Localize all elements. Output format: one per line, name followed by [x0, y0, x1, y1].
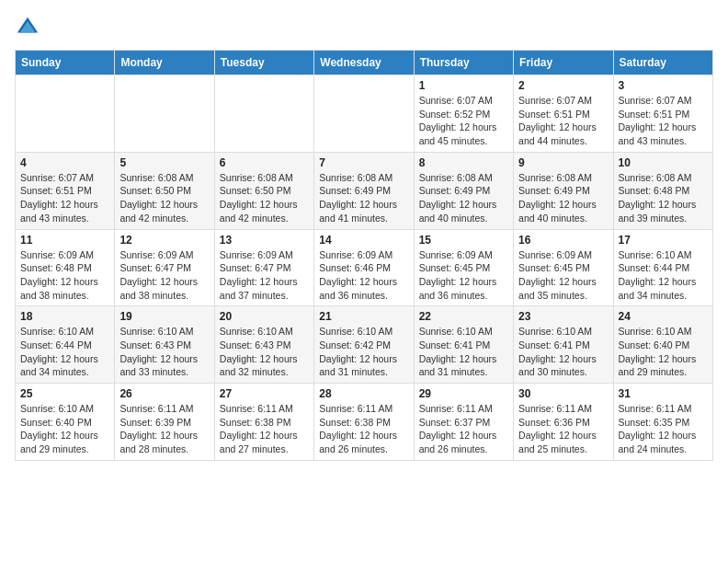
calendar-cell: 12Sunrise: 6:09 AM Sunset: 6:47 PM Dayli…: [115, 229, 214, 306]
day-info: Sunrise: 6:10 AM Sunset: 6:42 PM Dayligh…: [319, 325, 408, 379]
calendar: SundayMondayTuesdayWednesdayThursdayFrid…: [15, 50, 713, 461]
day-info: Sunrise: 6:08 AM Sunset: 6:49 PM Dayligh…: [419, 171, 508, 225]
day-number: 4: [20, 156, 109, 169]
calendar-cell: [214, 75, 313, 153]
day-info: Sunrise: 6:11 AM Sunset: 6:39 PM Dayligh…: [119, 402, 209, 456]
weekday-header-thursday: Thursday: [414, 51, 513, 75]
calendar-cell: 18Sunrise: 6:10 AM Sunset: 6:44 PM Dayli…: [16, 306, 115, 384]
calendar-cell: 7Sunrise: 6:08 AM Sunset: 6:49 PM Daylig…: [314, 152, 414, 229]
day-info: Sunrise: 6:10 AM Sunset: 6:41 PM Dayligh…: [419, 325, 508, 379]
day-info: Sunrise: 6:09 AM Sunset: 6:48 PM Dayligh…: [20, 248, 109, 303]
day-info: Sunrise: 6:07 AM Sunset: 6:51 PM Dayligh…: [518, 94, 608, 148]
calendar-cell: 24Sunrise: 6:10 AM Sunset: 6:40 PM Dayli…: [613, 306, 712, 384]
weekday-header-friday: Friday: [514, 51, 613, 75]
calendar-week-3: 11Sunrise: 6:09 AM Sunset: 6:48 PM Dayli…: [16, 229, 713, 306]
weekday-header-wednesday: Wednesday: [314, 51, 414, 75]
day-info: Sunrise: 6:10 AM Sunset: 6:44 PM Dayligh…: [20, 325, 109, 379]
day-number: 9: [518, 156, 608, 169]
day-info: Sunrise: 6:07 AM Sunset: 6:51 PM Dayligh…: [20, 171, 109, 225]
day-number: 30: [518, 387, 608, 400]
calendar-cell: 9Sunrise: 6:08 AM Sunset: 6:49 PM Daylig…: [514, 152, 613, 229]
calendar-cell: 10Sunrise: 6:08 AM Sunset: 6:48 PM Dayli…: [613, 152, 712, 229]
calendar-cell: 27Sunrise: 6:11 AM Sunset: 6:38 PM Dayli…: [214, 384, 313, 461]
calendar-cell: 1Sunrise: 6:07 AM Sunset: 6:52 PM Daylig…: [414, 75, 513, 153]
calendar-cell: 4Sunrise: 6:07 AM Sunset: 6:51 PM Daylig…: [16, 152, 115, 229]
calendar-cell: 30Sunrise: 6:11 AM Sunset: 6:36 PM Dayli…: [514, 384, 613, 461]
day-info: Sunrise: 6:07 AM Sunset: 6:51 PM Dayligh…: [619, 94, 708, 148]
calendar-cell: 14Sunrise: 6:09 AM Sunset: 6:46 PM Dayli…: [314, 229, 414, 306]
day-info: Sunrise: 6:10 AM Sunset: 6:43 PM Dayligh…: [119, 325, 209, 379]
day-info: Sunrise: 6:09 AM Sunset: 6:45 PM Dayligh…: [518, 248, 608, 303]
page-header: [15, 15, 713, 40]
day-number: 31: [619, 387, 708, 400]
calendar-cell: 23Sunrise: 6:10 AM Sunset: 6:41 PM Dayli…: [514, 306, 613, 384]
calendar-cell: 26Sunrise: 6:11 AM Sunset: 6:39 PM Dayli…: [115, 384, 214, 461]
calendar-week-5: 25Sunrise: 6:10 AM Sunset: 6:40 PM Dayli…: [16, 384, 713, 461]
calendar-cell: 2Sunrise: 6:07 AM Sunset: 6:51 PM Daylig…: [514, 75, 613, 153]
calendar-cell: 25Sunrise: 6:10 AM Sunset: 6:40 PM Dayli…: [16, 384, 115, 461]
calendar-cell: 6Sunrise: 6:08 AM Sunset: 6:50 PM Daylig…: [214, 152, 313, 229]
day-number: 22: [419, 310, 508, 323]
weekday-header-monday: Monday: [115, 51, 214, 75]
weekday-header-saturday: Saturday: [613, 51, 712, 75]
day-number: 13: [220, 234, 309, 247]
day-info: Sunrise: 6:07 AM Sunset: 6:52 PM Dayligh…: [419, 94, 508, 148]
day-info: Sunrise: 6:09 AM Sunset: 6:45 PM Dayligh…: [419, 248, 508, 303]
day-number: 14: [319, 234, 408, 247]
day-info: Sunrise: 6:10 AM Sunset: 6:43 PM Dayligh…: [220, 325, 309, 379]
day-info: Sunrise: 6:08 AM Sunset: 6:49 PM Dayligh…: [319, 171, 408, 225]
day-number: 23: [518, 310, 608, 323]
day-info: Sunrise: 6:11 AM Sunset: 6:35 PM Dayligh…: [619, 402, 708, 456]
logo: [15, 15, 44, 40]
day-info: Sunrise: 6:10 AM Sunset: 6:44 PM Dayligh…: [619, 248, 708, 303]
day-info: Sunrise: 6:11 AM Sunset: 6:38 PM Dayligh…: [220, 402, 309, 456]
day-info: Sunrise: 6:09 AM Sunset: 6:46 PM Dayligh…: [319, 248, 408, 303]
day-number: 10: [619, 156, 708, 169]
day-info: Sunrise: 6:11 AM Sunset: 6:38 PM Dayligh…: [319, 402, 408, 456]
day-number: 27: [220, 387, 309, 400]
calendar-cell: [314, 75, 414, 153]
calendar-cell: 31Sunrise: 6:11 AM Sunset: 6:35 PM Dayli…: [613, 384, 712, 461]
day-number: 26: [119, 387, 209, 400]
day-info: Sunrise: 6:10 AM Sunset: 6:41 PM Dayligh…: [518, 325, 608, 379]
day-number: 1: [419, 79, 508, 92]
day-number: 3: [619, 79, 708, 92]
calendar-cell: 15Sunrise: 6:09 AM Sunset: 6:45 PM Dayli…: [414, 229, 513, 306]
day-number: 24: [619, 310, 708, 323]
day-number: 15: [419, 234, 508, 247]
calendar-cell: 8Sunrise: 6:08 AM Sunset: 6:49 PM Daylig…: [414, 152, 513, 229]
calendar-week-2: 4Sunrise: 6:07 AM Sunset: 6:51 PM Daylig…: [16, 152, 713, 229]
calendar-cell: 22Sunrise: 6:10 AM Sunset: 6:41 PM Dayli…: [414, 306, 513, 384]
day-number: 19: [119, 310, 209, 323]
day-info: Sunrise: 6:10 AM Sunset: 6:40 PM Dayligh…: [619, 325, 708, 379]
day-info: Sunrise: 6:11 AM Sunset: 6:36 PM Dayligh…: [518, 402, 608, 456]
logo-icon: [15, 15, 40, 40]
day-number: 20: [220, 310, 309, 323]
calendar-cell: [115, 75, 214, 153]
calendar-cell: [16, 75, 115, 153]
day-number: 11: [20, 234, 109, 247]
calendar-week-4: 18Sunrise: 6:10 AM Sunset: 6:44 PM Dayli…: [16, 306, 713, 384]
day-info: Sunrise: 6:08 AM Sunset: 6:49 PM Dayligh…: [518, 171, 608, 225]
calendar-cell: 5Sunrise: 6:08 AM Sunset: 6:50 PM Daylig…: [115, 152, 214, 229]
calendar-cell: 11Sunrise: 6:09 AM Sunset: 6:48 PM Dayli…: [16, 229, 115, 306]
day-number: 7: [319, 156, 408, 169]
day-info: Sunrise: 6:08 AM Sunset: 6:48 PM Dayligh…: [619, 171, 708, 225]
day-number: 5: [119, 156, 209, 169]
day-number: 6: [220, 156, 309, 169]
day-number: 28: [319, 387, 408, 400]
calendar-cell: 20Sunrise: 6:10 AM Sunset: 6:43 PM Dayli…: [214, 306, 313, 384]
calendar-body: 1Sunrise: 6:07 AM Sunset: 6:52 PM Daylig…: [16, 75, 713, 461]
calendar-week-1: 1Sunrise: 6:07 AM Sunset: 6:52 PM Daylig…: [16, 75, 713, 153]
weekday-header-tuesday: Tuesday: [214, 51, 313, 75]
calendar-cell: 19Sunrise: 6:10 AM Sunset: 6:43 PM Dayli…: [115, 306, 214, 384]
day-number: 29: [419, 387, 508, 400]
calendar-cell: 13Sunrise: 6:09 AM Sunset: 6:47 PM Dayli…: [214, 229, 313, 306]
day-number: 25: [20, 387, 109, 400]
calendar-cell: 16Sunrise: 6:09 AM Sunset: 6:45 PM Dayli…: [514, 229, 613, 306]
day-info: Sunrise: 6:08 AM Sunset: 6:50 PM Dayligh…: [220, 171, 309, 225]
calendar-cell: 29Sunrise: 6:11 AM Sunset: 6:37 PM Dayli…: [414, 384, 513, 461]
calendar-header-row: SundayMondayTuesdayWednesdayThursdayFrid…: [16, 51, 713, 75]
day-number: 21: [319, 310, 408, 323]
day-number: 16: [518, 234, 608, 247]
